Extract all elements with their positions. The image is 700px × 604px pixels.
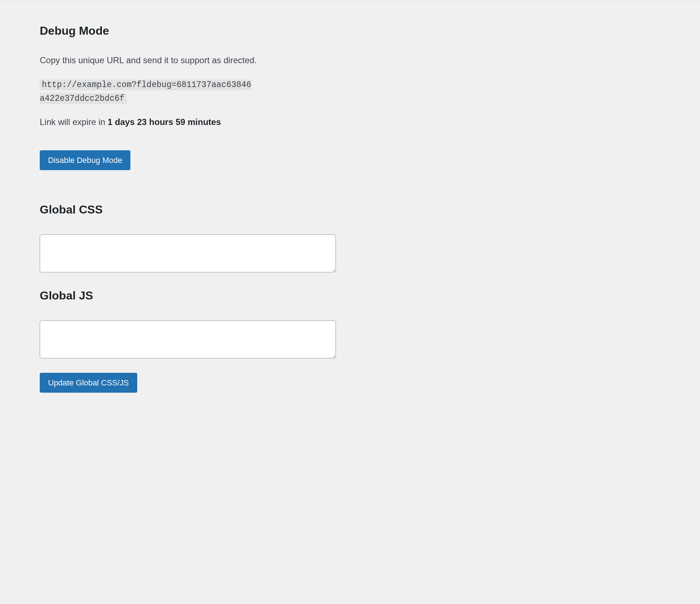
debug-url-block: http://example.com?fldebug=6811737aac638…	[40, 78, 253, 105]
expire-prefix: Link will expire in	[40, 117, 108, 127]
expire-value: 1 days 23 hours 59 minutes	[108, 117, 221, 127]
global-js-section: Global JS	[40, 287, 660, 358]
global-js-textarea[interactable]	[40, 320, 336, 358]
update-global-css-js-button[interactable]: Update Global CSS/JS	[40, 373, 137, 393]
debug-description: Copy this unique URL and send it to supp…	[40, 54, 660, 67]
debug-url[interactable]: http://example.com?fldebug=6811737aac638…	[40, 79, 251, 104]
debug-expire-text: Link will expire in 1 days 23 hours 59 m…	[40, 116, 660, 129]
disable-debug-button[interactable]: Disable Debug Mode	[40, 150, 130, 170]
global-css-textarea[interactable]	[40, 234, 336, 272]
global-js-heading: Global JS	[40, 287, 660, 304]
debug-mode-section: Debug Mode Copy this unique URL and send…	[40, 22, 660, 170]
global-css-heading: Global CSS	[40, 201, 660, 218]
settings-content: Debug Mode Copy this unique URL and send…	[0, 0, 700, 414]
debug-mode-heading: Debug Mode	[40, 22, 660, 39]
update-button-wrapper: Update Global CSS/JS	[40, 373, 660, 393]
global-css-section: Global CSS	[40, 201, 660, 272]
